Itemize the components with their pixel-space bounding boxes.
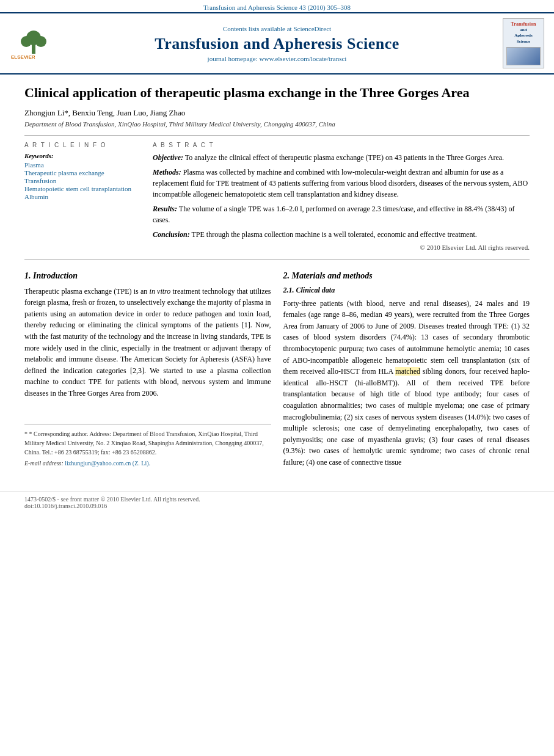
journal-title: Transfusion and Apheresis Science [65,35,489,53]
article-info-col: A R T I C L E I N F O Keywords: Plasma T… [24,142,140,251]
footnote-email: E-mail address: lizhungjun@yahoo.com.cn … [24,459,271,468]
methods-label: Methods: [153,168,181,176]
article-info-abstract-row: A R T I C L E I N F O Keywords: Plasma T… [24,142,530,251]
journal-citation: Transfusion and Apheresis Science 43 (20… [203,4,351,11]
email-value: lizhungjun@yahoo.com.cn (Z. Li). [65,460,150,467]
keyword-1: Plasma [24,161,140,169]
body-right-col: 2. Materials and methods 2.1. Clinical d… [283,271,530,473]
abstract-results: Results: The volume of a single TPE was … [153,203,530,225]
journal-header: ELSEVIER Contents lists available at Sci… [0,12,554,75]
contents-prefix: Contents lists available at [223,25,293,32]
main-content: Clinical application of therapeutic plas… [0,75,554,485]
svg-point-3 [21,36,32,47]
doi-text: doi:10.1016/j.transci.2010.09.016 [24,503,107,509]
footnote-star: * [24,431,29,437]
abstract-header: A B S T R A C T [153,142,530,148]
journal-cover-box: Transfusion and Apheresis Science [503,18,544,68]
keyword-5: Albumin [24,193,140,200]
abstract-objective: Objective: To analyze the clinical effec… [153,152,530,163]
body-cols: 1. Introduction Therapeutic plasma excha… [24,271,530,473]
cover-line3: Apheresis [514,33,532,38]
top-bar: Transfusion and Apheresis Science 43 (20… [0,0,554,12]
results-label: Results: [153,205,177,213]
section1-text1: Therapeutic plasma exchange (TPE) is an … [24,286,271,399]
journal-cover-right: Transfusion and Apheresis Science [495,18,544,68]
affiliation: Department of Blood Transfusion, XinQiao… [24,120,530,128]
objective-label: Objective: [153,153,183,162]
elsevier-logo-left: ELSEVIER [10,24,59,62]
conclusion-label: Conclusion: [153,230,190,239]
keyword-4: Hematopoietic stem cell transplantation [24,185,140,192]
section2-text1: Forty-three patients (with blood, nerve … [283,298,530,468]
methods-text: Plasma was collected by machine and comb… [153,168,528,198]
email-label: E-mail address: [24,460,64,467]
cover-line1: Transfusion [511,21,536,27]
matched-highlight: matched [395,367,420,376]
homepage-link[interactable]: www.elsevier.com/locate/transci [260,55,347,62]
svg-text:ELSEVIER: ELSEVIER [11,54,35,60]
authors: Zhongjun Li*, Benxiu Teng, Juan Luo, Jia… [24,108,530,118]
keyword-3: Transfusion [24,177,140,184]
abstract-methods: Methods: Plasma was collected by machine… [153,167,530,200]
footnote-area: * * Corresponding author. Address: Depar… [24,424,271,468]
section1-title: 1. Introduction [24,271,271,281]
keywords-label: Keywords: [24,152,140,159]
section2-subsection1-title: 2.1. Clinical data [283,286,530,295]
conclusion-text: TPE through the plasma collection machin… [191,230,476,239]
homepage-prefix: journal homepage: [208,55,260,62]
cover-line4: Science [517,39,530,45]
article-title: Clinical application of therapeutic plas… [24,84,530,102]
abstract-col: A B S T R A C T Objective: To analyze th… [153,142,530,251]
body-left-col: 1. Introduction Therapeutic plasma excha… [24,271,271,473]
contents-line: Contents lists available at ScienceDirec… [65,25,489,32]
svg-rect-1 [32,44,35,54]
results-text: The volume of a single TPE was 1.6–2.0 l… [153,205,515,224]
sciencedirect-link[interactable]: ScienceDirect [293,25,331,32]
issn-text: 1473-0502/$ - see front matter © 2010 El… [24,496,200,503]
footnote-corresponding-text: * Corresponding author. Address: Departm… [24,431,264,456]
copyright-line: © 2010 Elsevier Ltd. All rights reserved… [153,244,530,251]
footnote-corresponding: * * Corresponding author. Address: Depar… [24,429,271,457]
author-names: Zhongjun Li*, Benxiu Teng, Juan Luo, Jia… [24,108,185,117]
svg-point-4 [35,36,46,47]
header-center: Contents lists available at ScienceDirec… [65,25,489,62]
divider-1 [24,135,530,136]
cover-line2: and [520,27,527,33]
article-info-header: A R T I C L E I N F O [24,142,140,148]
journal-homepage: journal homepage: www.elsevier.com/locat… [65,55,489,62]
abstract-conclusion: Conclusion: TPE through the plasma colle… [153,229,530,240]
bottom-bar: 1473-0502/$ - see front matter © 2010 El… [0,492,554,513]
divider-2 [24,260,530,260]
objective-text: To analyze the clinical effect of therap… [185,153,504,162]
keyword-2: Therapeutic plasma exchange [24,169,140,176]
section2-title: 2. Materials and methods [283,271,530,281]
